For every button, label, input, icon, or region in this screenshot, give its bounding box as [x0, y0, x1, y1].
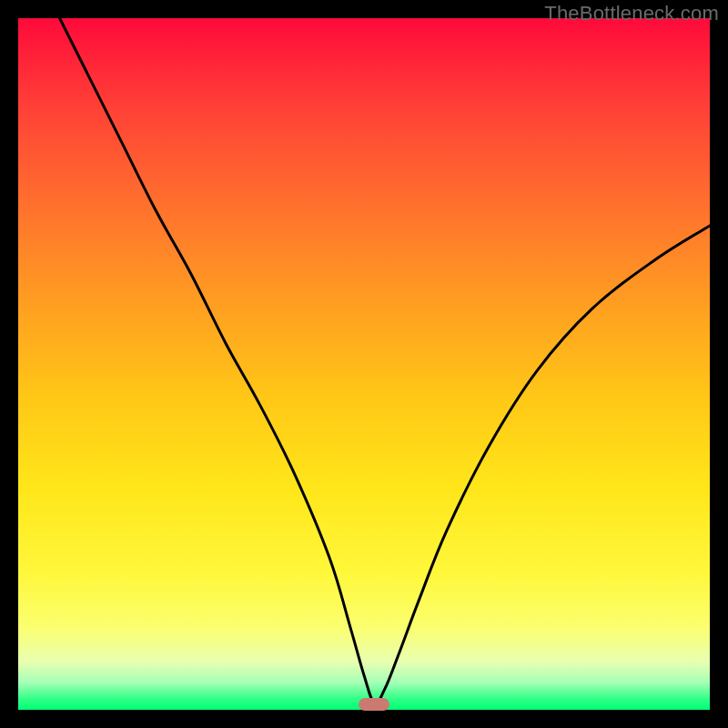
- bottleneck-curve: [18, 18, 710, 710]
- plot-area: [18, 18, 710, 710]
- minimum-marker: [359, 698, 389, 711]
- curve-path: [60, 18, 710, 703]
- watermark-text: TheBottleneck.com: [544, 2, 719, 25]
- chart-frame: TheBottleneck.com: [0, 0, 728, 728]
